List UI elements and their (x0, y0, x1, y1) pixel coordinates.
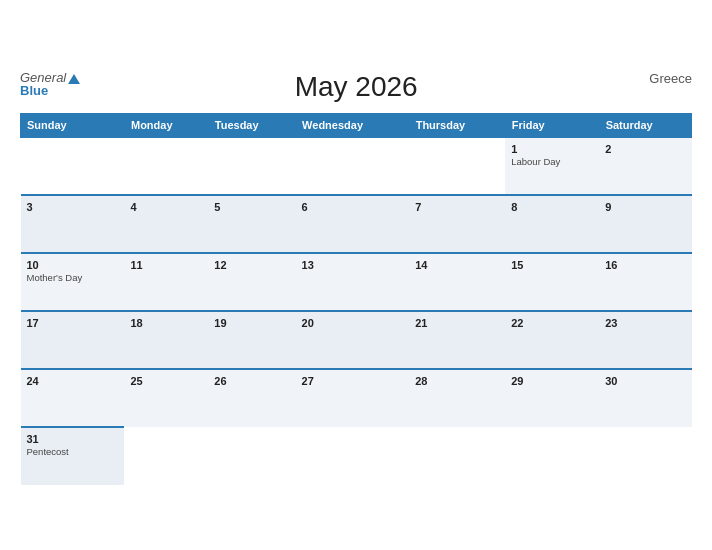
day-event-label: Pentecost (27, 446, 119, 457)
col-saturday: Saturday (599, 114, 691, 138)
col-monday: Monday (124, 114, 208, 138)
day-cell: 31Pentecost (21, 427, 125, 485)
day-number: 13 (302, 259, 404, 271)
day-cell (296, 137, 410, 195)
day-number: 12 (214, 259, 289, 271)
country-label: Greece (632, 71, 692, 86)
day-number: 30 (605, 375, 685, 387)
day-cell (124, 427, 208, 485)
day-cell: 16 (599, 253, 691, 311)
day-number: 27 (302, 375, 404, 387)
day-cell: 17 (21, 311, 125, 369)
day-cell (409, 427, 505, 485)
day-cell: 1Labour Day (505, 137, 599, 195)
day-number: 1 (511, 143, 593, 155)
day-cell: 7 (409, 195, 505, 253)
day-cell: 12 (208, 253, 295, 311)
day-number: 3 (27, 201, 119, 213)
day-number: 6 (302, 201, 404, 213)
day-cell: 24 (21, 369, 125, 427)
day-cell (599, 427, 691, 485)
day-cell (409, 137, 505, 195)
day-number: 15 (511, 259, 593, 271)
day-cell: 18 (124, 311, 208, 369)
day-number: 10 (27, 259, 119, 271)
logo: General Blue (20, 71, 80, 97)
day-cell: 4 (124, 195, 208, 253)
day-cell: 13 (296, 253, 410, 311)
day-number: 31 (27, 433, 119, 445)
calendar-table: Sunday Monday Tuesday Wednesday Thursday… (20, 113, 692, 485)
day-number: 22 (511, 317, 593, 329)
day-cell (208, 427, 295, 485)
day-cell: 28 (409, 369, 505, 427)
week-row-1: 1Labour Day2 (21, 137, 692, 195)
day-cell: 20 (296, 311, 410, 369)
calendar-body: 1Labour Day2345678910Mother's Day1112131… (21, 137, 692, 485)
day-number: 24 (27, 375, 119, 387)
day-cell: 29 (505, 369, 599, 427)
day-cell (21, 137, 125, 195)
weekday-row: Sunday Monday Tuesday Wednesday Thursday… (21, 114, 692, 138)
col-sunday: Sunday (21, 114, 125, 138)
day-number: 29 (511, 375, 593, 387)
day-cell: 23 (599, 311, 691, 369)
day-number: 17 (27, 317, 119, 329)
day-number: 18 (130, 317, 202, 329)
day-cell: 3 (21, 195, 125, 253)
day-cell: 11 (124, 253, 208, 311)
day-cell: 30 (599, 369, 691, 427)
day-cell (296, 427, 410, 485)
logo-blue-text: Blue (20, 84, 80, 97)
week-row-2: 3456789 (21, 195, 692, 253)
day-event-label: Labour Day (511, 156, 593, 167)
day-cell: 10Mother's Day (21, 253, 125, 311)
day-cell: 9 (599, 195, 691, 253)
day-cell (124, 137, 208, 195)
day-cell: 27 (296, 369, 410, 427)
day-number: 4 (130, 201, 202, 213)
day-number: 9 (605, 201, 685, 213)
day-number: 19 (214, 317, 289, 329)
day-cell (505, 427, 599, 485)
col-tuesday: Tuesday (208, 114, 295, 138)
day-number: 11 (130, 259, 202, 271)
calendar-container: General Blue May 2026 Greece Sunday Mond… (10, 55, 702, 495)
day-cell (208, 137, 295, 195)
header: General Blue May 2026 Greece (20, 71, 692, 103)
day-number: 21 (415, 317, 499, 329)
col-friday: Friday (505, 114, 599, 138)
logo-triangle-icon (68, 74, 80, 84)
day-cell: 26 (208, 369, 295, 427)
day-cell: 5 (208, 195, 295, 253)
day-cell: 25 (124, 369, 208, 427)
week-row-5: 24252627282930 (21, 369, 692, 427)
week-row-3: 10Mother's Day111213141516 (21, 253, 692, 311)
day-cell: 6 (296, 195, 410, 253)
day-number: 28 (415, 375, 499, 387)
day-number: 23 (605, 317, 685, 329)
day-number: 26 (214, 375, 289, 387)
day-number: 8 (511, 201, 593, 213)
day-number: 5 (214, 201, 289, 213)
day-cell: 22 (505, 311, 599, 369)
day-cell: 19 (208, 311, 295, 369)
calendar-title: May 2026 (80, 71, 632, 103)
day-event-label: Mother's Day (27, 272, 119, 283)
day-number: 14 (415, 259, 499, 271)
day-number: 25 (130, 375, 202, 387)
day-number: 2 (605, 143, 685, 155)
col-wednesday: Wednesday (296, 114, 410, 138)
day-number: 7 (415, 201, 499, 213)
day-cell: 21 (409, 311, 505, 369)
col-thursday: Thursday (409, 114, 505, 138)
day-cell: 8 (505, 195, 599, 253)
week-row-4: 17181920212223 (21, 311, 692, 369)
day-cell: 14 (409, 253, 505, 311)
day-number: 16 (605, 259, 685, 271)
calendar-header: Sunday Monday Tuesday Wednesday Thursday… (21, 114, 692, 138)
week-row-6: 31Pentecost (21, 427, 692, 485)
day-cell: 15 (505, 253, 599, 311)
day-number: 20 (302, 317, 404, 329)
day-cell: 2 (599, 137, 691, 195)
